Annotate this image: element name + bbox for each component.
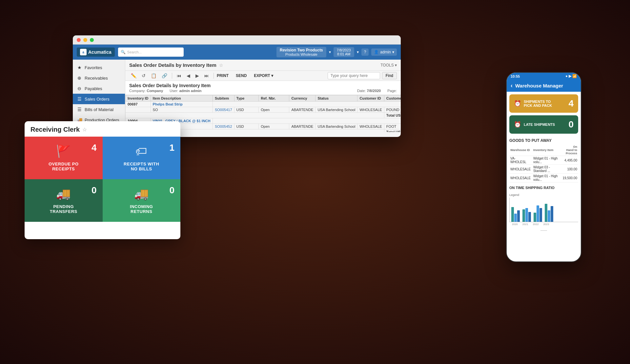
col-inventory-item: Inventory Item	[532, 144, 562, 156]
mobile-status-icons: ● ▶ 📶	[565, 74, 577, 78]
query-input[interactable]	[328, 72, 380, 79]
bar	[514, 214, 517, 222]
link-button[interactable]: 🔗	[160, 72, 169, 79]
year-label-2021: 2021	[522, 223, 528, 226]
prev-button[interactable]: ◀	[185, 72, 192, 79]
company-info[interactable]: Revision Two Products Products Wholesale	[276, 47, 326, 57]
time-display: 8:01 AM	[337, 52, 351, 56]
logo-text: Acumatica	[88, 49, 112, 55]
sidebar-item-favorites[interactable]: ★ Favorites	[73, 62, 125, 73]
bar-group-2021	[522, 208, 531, 222]
pending-transfers-label: PENDINGTRANSFERS	[50, 204, 77, 214]
user-button[interactable]: 👤 admin ▾	[371, 48, 397, 56]
company-name: Revision Two Products	[280, 48, 323, 52]
wh-id: WHOLESALE	[509, 174, 532, 182]
truck-right-icon: 🚚	[134, 187, 149, 201]
goods-row: VA-WHOLESL Widget 01 - High volu... 4,49…	[509, 156, 578, 165]
sidebar-label-sales-orders: Sales Orders	[85, 97, 110, 102]
pending-transfers-number: 0	[91, 185, 97, 196]
year-label-2020: 2020	[512, 223, 518, 226]
col-currency: Currency	[289, 95, 315, 102]
sidebar-item-sales-orders[interactable]: ☰ Sales Orders	[73, 94, 125, 104]
qty: 100.00	[561, 165, 578, 174]
help-button[interactable]: ?	[361, 48, 369, 56]
edit-button[interactable]: ✏️	[129, 72, 138, 79]
next-button[interactable]: ▶	[194, 72, 201, 79]
goods-row: WHOLESALE Widget 03 - Standard ... 100.0…	[509, 165, 578, 174]
shipping-section: ON TIME SHIPPING RATIO	[507, 184, 581, 192]
minimize-button[interactable]	[83, 38, 87, 42]
sidebar-item-bills-of-material[interactable]: ☰ Bills of Material	[73, 104, 125, 115]
bar	[534, 213, 536, 222]
receipts-no-bills-card[interactable]: 1 🏷 RECEIPTS WITHNO BILLS	[103, 137, 181, 179]
bar	[522, 209, 525, 222]
refresh-button[interactable]: ↺	[140, 72, 147, 79]
export-label[interactable]: EXPORT ▾	[254, 73, 273, 78]
find-button[interactable]: Find	[382, 72, 397, 79]
overdue-po-card[interactable]: 4 🚩 OVERDUE PORECEIPTS	[25, 137, 103, 179]
page-label: Page:	[387, 89, 397, 93]
col-warehouse-id: Warehouse ID	[509, 144, 532, 156]
header-right: Revision Two Products Products Wholesale…	[276, 47, 397, 57]
copy-button[interactable]: 📋	[149, 72, 158, 79]
close-button[interactable]	[77, 38, 81, 42]
widget-star-icon[interactable]: ☆	[82, 126, 87, 133]
date-dropdown-icon[interactable]: ▾	[357, 50, 359, 54]
clock-green-icon: ⏰	[514, 121, 521, 128]
company-dropdown-icon[interactable]: ▾	[329, 50, 331, 54]
receiving-clerk-widget: Receiving Clerk ☆ 4 🚩 OVERDUE PORECEIPTS…	[25, 121, 180, 239]
shipments-number: 4	[568, 98, 574, 109]
home-indicator: —	[507, 225, 581, 236]
toolbar-separator	[172, 73, 172, 79]
search-placeholder: Search...	[127, 50, 142, 54]
inv-desc: Phelps Beat Strip	[151, 102, 213, 107]
inventory-row-1: 00697 Phelps Beat Strip	[126, 102, 401, 107]
shipments-card[interactable]: ⏰ SHIPMENTS TOPICK AND PACK 4	[509, 94, 578, 113]
minus-circle-icon: ⊖	[77, 86, 82, 91]
late-shipments-card[interactable]: ⏰ LATE SHIPMENTS 0	[509, 115, 578, 134]
company-label: Company: Company	[129, 89, 163, 93]
sidebar-item-payables[interactable]: ⊖ Payables	[73, 83, 125, 94]
mobile-cards: ⏰ SHIPMENTS TOPICK AND PACK 4 ⏰ LATE SHI…	[507, 92, 581, 136]
tools-button[interactable]: TOOLS ▾	[380, 63, 397, 67]
search-bar[interactable]: 🔍 Search...	[118, 48, 184, 57]
year-label-2022: 2022	[533, 223, 539, 226]
goods-section: GOODS TO PUT AWAY Warehouse ID Inventory…	[507, 136, 581, 184]
last-button[interactable]: ⏭	[203, 72, 211, 79]
print-label[interactable]: PRINT	[217, 73, 229, 78]
document-icon: ☰	[77, 107, 82, 112]
send-label[interactable]: SEND	[236, 73, 247, 78]
col-ref: Ref. Nbr.	[259, 95, 289, 102]
username: admin	[380, 50, 391, 54]
bar	[545, 204, 547, 222]
maximize-button[interactable]	[90, 38, 94, 42]
bar	[525, 208, 528, 222]
inv-link[interactable]: Phelps Beat Strip	[153, 102, 183, 106]
incoming-returns-card[interactable]: 0 🚚 INCOMINGRETURNS	[103, 179, 181, 222]
sidebar-label-payables: Payables	[85, 86, 102, 91]
ref-link[interactable]: SO005417	[215, 108, 232, 112]
first-button[interactable]: ⏮	[175, 72, 183, 79]
pending-transfers-card[interactable]: 0 🚚 PENDINGTRANSFERS	[25, 179, 103, 222]
back-button[interactable]: ‹	[511, 82, 513, 89]
mobile-time: 10:55	[511, 74, 520, 78]
query-box: Find	[328, 72, 397, 79]
sidebar-label-favorites: Favorites	[85, 65, 102, 70]
tag-icon: 🏷	[135, 144, 147, 158]
date-info[interactable]: 7/8/2023 8:01 AM	[334, 47, 354, 57]
overdue-po-number: 4	[91, 143, 97, 153]
chart-bars	[509, 198, 578, 222]
bar	[539, 208, 542, 222]
acumatica-logo[interactable]: a Acumatica	[77, 48, 115, 57]
favorite-star-icon[interactable]: ☆	[219, 63, 223, 68]
shipping-title: ON TIME SHIPPING RATIO	[509, 186, 578, 190]
incoming-returns-label: INCOMINGRETURNS	[130, 204, 153, 214]
user-icon: 👤	[374, 50, 379, 54]
col-status: Status	[315, 95, 357, 102]
col-item-desc: Item Description	[151, 95, 213, 102]
ref-link-2[interactable]: SO005452	[215, 125, 232, 128]
sidebar-item-receivables[interactable]: ⊕ Receivables	[73, 73, 125, 83]
bar	[537, 205, 539, 222]
qty: 4,495.00	[561, 156, 578, 165]
bar	[528, 212, 531, 222]
